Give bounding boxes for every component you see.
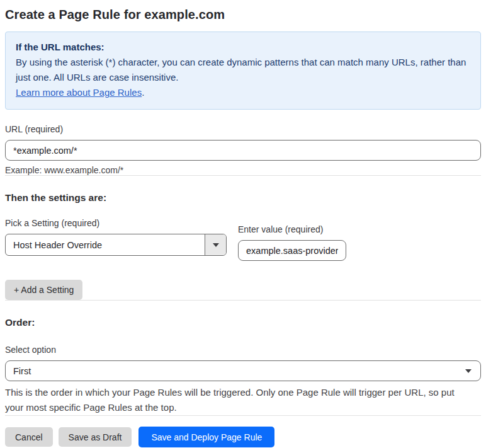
- settings-row: Pick a Setting (required) Host Header Ov…: [5, 218, 481, 261]
- divider: [5, 300, 481, 301]
- setting-value-input[interactable]: [238, 240, 346, 261]
- order-select-label: Select option: [5, 345, 481, 355]
- chevron-down-icon: [465, 369, 472, 373]
- order-help-text: This is the order in which your Page Rul…: [5, 385, 471, 415]
- link-suffix-text: .: [142, 87, 144, 98]
- add-setting-button[interactable]: + Add a Setting: [5, 280, 82, 300]
- save-and-deploy-button[interactable]: Save and Deploy Page Rule: [138, 427, 274, 447]
- info-box-body: By using the asterisk (*) character, you…: [16, 55, 470, 85]
- cancel-button[interactable]: Cancel: [5, 427, 53, 447]
- url-match-info-box: If the URL matches: By using the asteris…: [5, 32, 481, 110]
- save-as-draft-button[interactable]: Save as Draft: [59, 427, 132, 447]
- divider: [5, 175, 481, 176]
- dropdown-arrow-button[interactable]: [205, 234, 226, 255]
- url-input[interactable]: [5, 140, 481, 161]
- order-select[interactable]: First: [5, 360, 481, 381]
- page-title: Create a Page Rule for example.com: [5, 8, 481, 22]
- info-box-link-line: Learn more about Page Rules.: [16, 85, 470, 100]
- url-example-helper: Example: www.example.com/*: [5, 165, 481, 175]
- order-section-heading: Order:: [5, 317, 481, 328]
- pick-setting-column: Pick a Setting (required) Host Header Ov…: [5, 218, 227, 256]
- footer-actions: Cancel Save as Draft Save and Deploy Pag…: [5, 427, 481, 447]
- divider: [5, 415, 481, 416]
- order-select-value: First: [13, 366, 465, 376]
- setting-dropdown[interactable]: Host Header Override: [5, 234, 227, 256]
- pick-setting-label: Pick a Setting (required): [5, 218, 227, 228]
- enter-value-column: Enter value (required): [238, 224, 346, 261]
- chevron-down-icon: [213, 243, 219, 247]
- settings-section-heading: Then the settings are:: [5, 192, 481, 204]
- enter-value-label: Enter value (required): [238, 224, 346, 234]
- url-field-label: URL (required): [5, 124, 481, 134]
- info-box-heading: If the URL matches:: [16, 40, 470, 55]
- create-page-rule-form: Create a Page Rule for example.com If th…: [0, 0, 486, 447]
- learn-more-link[interactable]: Learn more about Page Rules: [16, 87, 142, 98]
- setting-dropdown-value: Host Header Override: [6, 234, 205, 255]
